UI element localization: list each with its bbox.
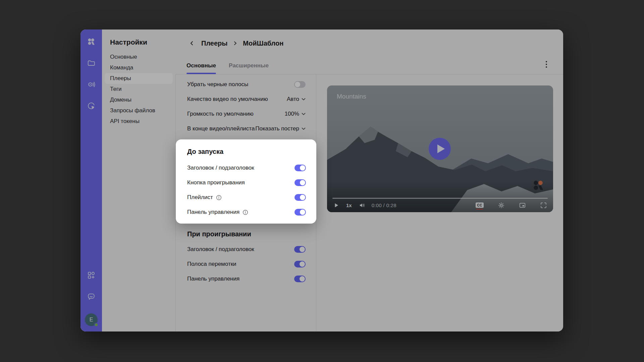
card-row-playlist: Плейлист	[187, 190, 306, 205]
before-launch-card: До запуска Заголовок / подзаголовок Кноп…	[176, 139, 316, 224]
setting-label: Кнопка проигрывания	[187, 179, 245, 186]
setting-label: Заголовок / подзаголовок	[187, 165, 254, 171]
card-row-title-subtitle: Заголовок / подзаголовок	[187, 161, 306, 175]
card-row-play-button: Кнопка проигрывания	[187, 175, 306, 190]
card-title: До запуска	[187, 148, 306, 156]
info-icon[interactable]	[216, 195, 222, 200]
app-window: E Настройки Основные Команда Плееры Теги…	[80, 29, 563, 331]
play-button-toggle[interactable]	[294, 179, 306, 186]
dim-overlay	[80, 29, 563, 331]
playlist-toggle[interactable]	[294, 194, 306, 201]
info-icon[interactable]	[243, 209, 248, 215]
card-row-control-panel: Панель управления	[187, 205, 306, 220]
title-subtitle-toggle[interactable]	[294, 165, 306, 171]
control-panel-toggle[interactable]	[294, 209, 306, 216]
setting-label: Плейлист	[187, 194, 213, 201]
setting-label: Панель управления	[187, 209, 239, 216]
